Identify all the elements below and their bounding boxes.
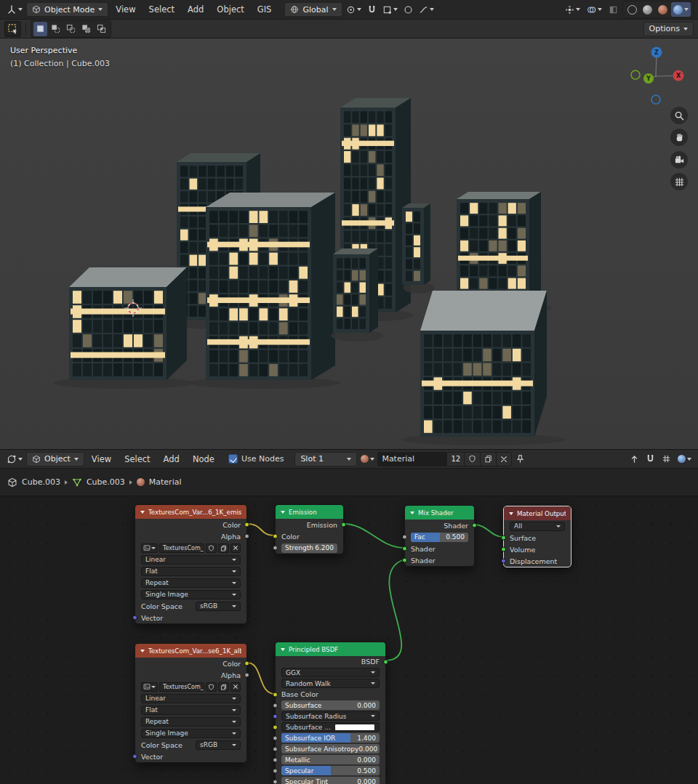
vector-input-socket[interactable] [132, 754, 137, 759]
active-tool-button[interactable] [4, 21, 21, 37]
subsurface-anisotropy-slider[interactable]: Subsurface Anisotropy0.000 [281, 744, 380, 753]
breadcrumb-object[interactable]: Cube.003 [22, 477, 60, 487]
node-material-output[interactable]: Material Output All Surface Volume Displ… [503, 506, 571, 567]
shading-material-button[interactable] [656, 2, 670, 17]
snap-toggle-button[interactable] [365, 2, 379, 17]
subsurface-ior-input-socket[interactable] [273, 735, 278, 740]
node-image-texture-emissive[interactable]: TexturesCom_Var...6_1K_emissive.tif Colo… [135, 504, 247, 624]
vector-input-socket[interactable] [132, 615, 137, 621]
select-mode-subtract-button[interactable] [64, 22, 78, 36]
mode-dropdown[interactable]: Object Mode [26, 2, 108, 17]
projection-dropdown[interactable]: Flat [141, 567, 241, 576]
material-pin-button[interactable] [513, 452, 527, 466]
pivot-dropdown[interactable] [344, 2, 364, 17]
node-image-texture-albedo[interactable]: TexturesCom_Var...se6_1K_albedo.ti Color… [135, 643, 247, 763]
collapse-icon[interactable] [140, 511, 145, 514]
image-fake-user-button[interactable] [206, 682, 217, 692]
interpolation-dropdown[interactable]: Linear [141, 555, 241, 565]
proportional-toggle-button[interactable] [401, 2, 415, 17]
shader-input-socket[interactable] [402, 558, 407, 563]
volume-input-socket[interactable] [501, 547, 506, 552]
color-space-dropdown[interactable]: sRGB [196, 602, 241, 611]
menu-view[interactable]: View [110, 0, 141, 19]
image-browse-button[interactable] [141, 543, 158, 553]
subsurface-ior-slider[interactable]: Subsurface IOR1.400 [281, 733, 380, 743]
select-mode-extend-button[interactable] [49, 22, 63, 36]
bsdf-output-socket[interactable] [383, 659, 388, 664]
shader-input-socket[interactable] [402, 546, 407, 551]
specular-input-socket[interactable] [273, 768, 278, 773]
shading-solid-button[interactable] [641, 2, 654, 17]
camera-view-button[interactable] [670, 151, 688, 169]
snap-target-dropdown[interactable] [380, 2, 400, 17]
alpha-output-socket[interactable] [244, 673, 249, 678]
node-editor-canvas[interactable]: TexturesCom_Var...6_1K_emissive.tif Colo… [0, 496, 698, 784]
color-output-socket[interactable] [244, 661, 249, 666]
subsurface-slider[interactable]: Subsurface0.000 [281, 700, 380, 710]
gizmo-minus-z-axis[interactable] [651, 95, 660, 104]
perspective-toggle-button[interactable] [670, 173, 688, 190]
subsurface-radius-dropdown[interactable]: Subsurface Radius [281, 711, 380, 721]
image-name-field[interactable]: TexturesCom_... [159, 543, 204, 553]
material-fake-user-button[interactable] [464, 452, 481, 466]
specular-tint-input-socket[interactable] [273, 779, 278, 784]
editor-type-button[interactable] [4, 2, 25, 17]
shader-output-socket[interactable] [472, 523, 477, 528]
options-dropdown[interactable]: Options [643, 22, 694, 36]
node-header[interactable]: Principled BSDF [276, 642, 385, 656]
node-header[interactable]: Mix Shader [405, 506, 474, 520]
interpolation-dropdown[interactable]: Linear [141, 694, 241, 703]
breadcrumb-mesh[interactable]: Cube.003 [87, 477, 125, 487]
overlay-grid-button[interactable] [659, 452, 673, 466]
metallic-input-socket[interactable] [273, 757, 278, 762]
strength-input-socket[interactable] [273, 546, 278, 551]
collapse-icon[interactable] [410, 512, 414, 514]
editor-snap-button[interactable] [643, 452, 657, 466]
collapse-icon[interactable] [281, 648, 285, 651]
extension-dropdown[interactable]: Repeat [141, 717, 241, 727]
collapse-icon[interactable] [509, 512, 513, 515]
gizmo-dropdown[interactable] [563, 2, 582, 17]
image-unlink-button[interactable] [230, 543, 241, 553]
gizmo-minus-y-axis[interactable] [631, 70, 640, 79]
menu-select[interactable]: Select [143, 0, 180, 19]
node-mix-shader[interactable]: Mix Shader Shader Fac0.500 Shader Shader [404, 505, 475, 567]
menu-add[interactable]: Add [182, 0, 209, 19]
pan-button[interactable] [670, 129, 688, 146]
collapse-icon[interactable] [140, 650, 145, 652]
shading-rendered-button[interactable] [671, 2, 691, 17]
nav-gizmo[interactable]: Z Y X [627, 42, 688, 106]
use-nodes-checkbox[interactable]: Use Nodes [226, 452, 286, 466]
breadcrumb-material[interactable]: Material [149, 477, 182, 487]
projection-dropdown[interactable]: Flat [141, 706, 241, 715]
collapse-icon[interactable] [281, 511, 285, 514]
source-dropdown[interactable]: Single Image [141, 590, 241, 599]
image-unlink-button[interactable] [230, 682, 241, 692]
select-mode-new-button[interactable] [33, 22, 47, 36]
extension-dropdown[interactable]: Repeat [141, 578, 241, 588]
orientation-dropdown[interactable]: Global [284, 2, 342, 17]
image-copy-button[interactable] [218, 543, 229, 553]
color-swatch[interactable] [334, 724, 375, 731]
menu-gis[interactable]: GIS [252, 0, 278, 19]
color-space-dropdown[interactable]: sRGB [196, 740, 241, 750]
overlays-dropdown[interactable] [585, 2, 604, 17]
shader-menu-add[interactable]: Add [158, 450, 185, 468]
select-mode-intersect-button[interactable] [95, 22, 108, 36]
specular-slider[interactable]: Specular0.500 [281, 766, 380, 775]
alpha-output-socket[interactable] [244, 534, 249, 539]
slot-dropdown[interactable]: Slot 1 [294, 452, 357, 466]
subsurface-input-socket[interactable] [273, 703, 278, 708]
material-unlink-button[interactable] [496, 452, 512, 466]
color-input-socket[interactable] [273, 534, 278, 539]
image-copy-button[interactable] [218, 682, 229, 692]
shader-editor-type-button[interactable] [4, 452, 25, 466]
base-color-input-socket[interactable] [273, 692, 278, 697]
target-dropdown[interactable]: All [510, 522, 565, 531]
editor-shading-dropdown[interactable] [675, 452, 694, 466]
material-preview-dropdown[interactable] [358, 452, 377, 466]
subsurface-color-input-socket[interactable] [273, 724, 278, 730]
node-header[interactable]: TexturesCom_Var...6_1K_emissive.tif [135, 505, 246, 519]
distribution-dropdown[interactable]: GGX [281, 668, 380, 677]
node-header[interactable]: Material Output [504, 506, 571, 520]
